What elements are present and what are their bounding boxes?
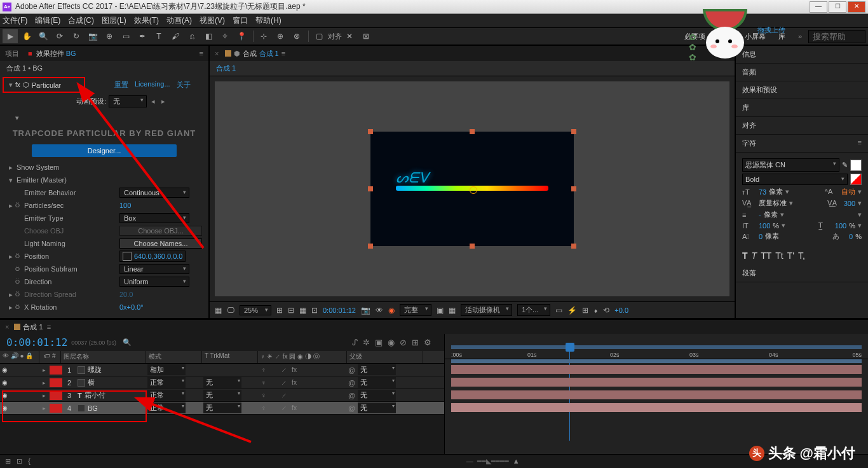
parent-dropdown[interactable]: 无 (358, 377, 396, 388)
fast-preview-icon[interactable]: ⚡ (567, 306, 577, 315)
param-button[interactable]: Choose Names... (119, 238, 202, 249)
collapse-icon[interactable]: ▾ (15, 114, 193, 122)
menu-window[interactable]: 窗口 (233, 15, 248, 26)
layer-bar[interactable] (451, 365, 862, 374)
effect-controls-tab[interactable]: 效果控件 BG (36, 49, 76, 59)
snap-options-icon[interactable]: ✕ (342, 29, 357, 43)
snapshot-icon[interactable]: 📷 (361, 306, 370, 315)
parent-dropdown[interactable]: 无 (358, 364, 396, 375)
camera-tool[interactable]: 📷 (85, 29, 100, 43)
menu-edit[interactable]: 编辑(E) (35, 15, 60, 26)
bbox-handle[interactable] (470, 244, 475, 249)
character-panel-header[interactable]: 字符 (736, 135, 868, 153)
layer-switches[interactable]: ♀⟋ (259, 392, 348, 399)
brainstorm-icon[interactable]: ⚙ (424, 338, 431, 347)
param-dropdown[interactable]: Uniform (119, 277, 189, 287)
layer-switches[interactable]: ♀⟋fx (259, 404, 348, 411)
timeline-icon[interactable]: ⊞ (582, 306, 588, 315)
view-axis-icon[interactable]: ⊗ (289, 29, 304, 43)
clone-tool[interactable]: ⎌ (184, 29, 200, 43)
twirl-icon[interactable]: ▸ (39, 367, 48, 373)
mode-header[interactable]: 模式 (146, 351, 202, 363)
puppet-tool[interactable]: 📍 (234, 29, 249, 43)
bbox-handle[interactable] (571, 244, 576, 249)
comp-canvas[interactable]: ᔕᗴᐯ (370, 132, 574, 246)
show-snapshot-icon[interactable]: 👁 (376, 306, 383, 315)
effect-reset-link[interactable]: 重置 (114, 80, 128, 90)
effect-about-link[interactable]: 关于 (177, 80, 191, 90)
layer-row[interactable]: ◉▸3T霜小付正常无♀⟋@无 (0, 389, 444, 402)
layer-name[interactable]: 横 (75, 378, 147, 387)
toggle-in-out-icon[interactable]: { (28, 457, 31, 465)
pickwhip-icon[interactable]: @ (348, 404, 355, 412)
info-panel-header[interactable]: 信息 (736, 46, 868, 64)
position-value[interactable]: 640.0,360.0,0.0 (119, 251, 186, 262)
visibility-icon[interactable]: ◉ (0, 366, 9, 373)
snap-icon[interactable]: ▢ (311, 29, 327, 43)
anim-preset-dropdown[interactable]: 无 (109, 95, 147, 107)
zoom-out-icon[interactable]: — (466, 457, 473, 465)
views-dropdown[interactable]: 1个... (517, 304, 550, 316)
param-label[interactable]: Position Subfram (23, 265, 119, 273)
project-tab[interactable]: 项目 (5, 49, 19, 59)
layer-switches[interactable]: ♀⟋fx (259, 366, 348, 373)
pickwhip-icon[interactable]: @ (348, 392, 355, 399)
label-color[interactable] (50, 404, 62, 413)
timeline-timecode[interactable]: 0:00:01:12 (6, 336, 67, 348)
parent-header[interactable]: 父级 (347, 351, 423, 363)
search-help-input[interactable] (808, 30, 865, 43)
always-preview-icon[interactable]: ▦ (215, 306, 222, 315)
timecode-display[interactable]: 0:00:01:12 (323, 306, 356, 314)
close-button[interactable]: ✕ (848, 1, 865, 13)
pen-tool[interactable]: ✒ (135, 29, 150, 43)
effect-licensing-link[interactable]: Licensing... (135, 80, 170, 90)
layer-name[interactable]: 螺旋 (75, 365, 147, 375)
visibility-icon[interactable]: ◉ (0, 379, 9, 386)
paragraph-panel-header[interactable]: 段落 (736, 265, 868, 282)
res-full-icon[interactable]: ⊞ (276, 306, 283, 315)
param-label[interactable]: Choose OBJ (23, 227, 119, 235)
param-value[interactable]: 0x+0.0° (119, 303, 144, 311)
stroke-width-value[interactable]: - (759, 211, 761, 219)
zoom-dropdown[interactable]: 25% (240, 305, 271, 315)
transparency-icon[interactable]: ▦ (449, 306, 456, 315)
param-label[interactable]: X Rotation (23, 303, 119, 311)
exposure-value[interactable]: +0.0 (614, 306, 628, 314)
font-family-dropdown[interactable]: 思源黑体 CN (742, 158, 839, 172)
timeline-search-icon[interactable]: 🔍 (123, 338, 132, 347)
brush-tool[interactable]: 🖌 (168, 29, 183, 43)
tsume-value[interactable]: 0 (849, 233, 853, 240)
parent-dropdown[interactable]: 无 (358, 390, 396, 401)
param-label[interactable]: Light Naming (23, 240, 119, 247)
subscript-button[interactable]: T, (798, 251, 805, 261)
reset-exposure-icon[interactable]: ⟲ (603, 306, 609, 315)
layer-name[interactable]: T霜小付 (75, 390, 147, 400)
layer-bar[interactable] (451, 378, 862, 387)
fill-color-swatch[interactable] (850, 160, 862, 171)
toggle-switches-icon[interactable]: ⊞ (5, 457, 11, 465)
panel-menu-icon[interactable]: ≡ (47, 323, 51, 331)
comp-tab-name[interactable]: 合成 1 (259, 49, 279, 59)
visibility-icon[interactable]: ◉ (0, 404, 9, 411)
gear-icon[interactable]: ✿✿✿ (689, 32, 696, 62)
close-tab-icon[interactable]: × (215, 50, 219, 57)
param-label[interactable]: Emitter Type (23, 214, 119, 222)
toggle-modes-icon[interactable]: ⊡ (17, 457, 22, 465)
pan-behind-tool[interactable]: ⊕ (102, 29, 117, 43)
trkmat-dropdown[interactable]: 无 (203, 390, 241, 401)
viewport[interactable]: ᔕᗴᐯ (215, 81, 729, 296)
audio-panel-header[interactable]: 音频 (736, 64, 868, 81)
bbox-handle[interactable] (470, 129, 475, 134)
param-label[interactable]: Particles/sec (23, 202, 119, 209)
baseline-value[interactable]: 0 (759, 233, 763, 240)
allcaps-button[interactable]: TT (761, 251, 771, 261)
library-panel-header[interactable]: 库 (736, 99, 868, 117)
leading-value[interactable]: 自动 (841, 187, 855, 196)
layer-switches[interactable]: ♀⟋fx (259, 379, 348, 386)
twirl-icon[interactable]: ▸ (39, 380, 48, 386)
comp-subtab[interactable]: 合成 1 (210, 61, 735, 76)
italic-button[interactable]: T (752, 251, 757, 261)
guides-icon[interactable]: ⊡ (311, 306, 318, 315)
roto-tool[interactable]: ✧ (217, 29, 233, 43)
bold-button[interactable]: T (742, 251, 748, 261)
